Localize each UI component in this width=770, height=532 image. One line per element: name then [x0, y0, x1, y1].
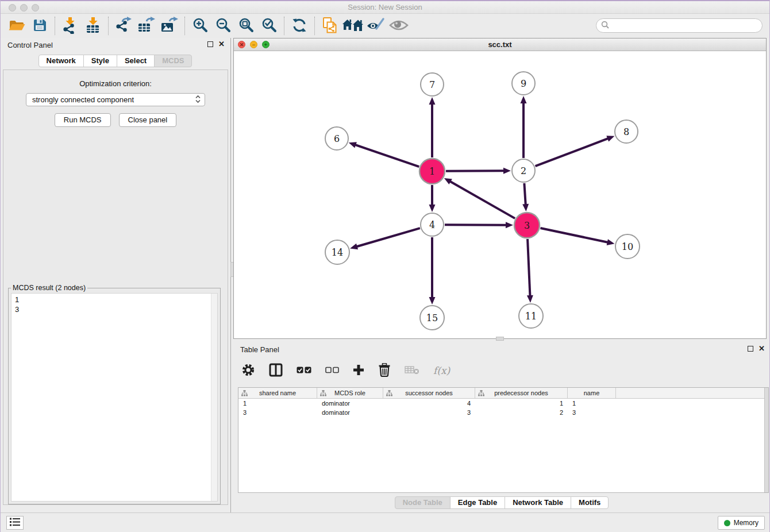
float-table-panel-icon[interactable] — [748, 346, 753, 352]
hide-panels-button[interactable] — [364, 16, 387, 36]
table-cell[interactable]: 1 — [475, 399, 568, 408]
arrowhead-1-2 — [503, 168, 511, 174]
criterion-select[interactable]: strongly connected component — [26, 93, 205, 106]
delete-rows-button[interactable] — [378, 363, 391, 379]
refresh-icon — [291, 17, 308, 36]
zoom-out-button[interactable] — [211, 16, 234, 36]
control-tab-select[interactable]: Select — [117, 55, 155, 67]
show-columns-button[interactable] — [269, 363, 283, 379]
table-cell[interactable]: 3 — [238, 408, 317, 417]
control-tab-network[interactable]: Network — [38, 55, 84, 67]
table-cell[interactable]: 1 — [238, 399, 317, 408]
table-cell[interactable]: 3 — [568, 408, 616, 417]
column-header-predecessor-nodes[interactable]: predecessor nodes — [475, 388, 568, 398]
node-label-4: 4 — [429, 219, 435, 230]
close-panel-icon[interactable]: ✕ — [218, 41, 225, 48]
float-panel-icon[interactable] — [207, 41, 213, 47]
table-cell[interactable]: dominator — [317, 399, 383, 408]
import-network-button[interactable] — [59, 16, 82, 36]
zoom-selected-button[interactable] — [257, 16, 280, 36]
network-window: ✕ − + scc.txt 7968124314101511 — [233, 38, 767, 339]
stepper-icon — [195, 95, 201, 105]
save-session-button[interactable] — [28, 16, 51, 36]
network-resize-grip[interactable] — [496, 337, 504, 341]
function-builder-button[interactable]: f(x) — [433, 365, 450, 376]
network-window-titlebar[interactable]: ✕ − + scc.txt — [234, 38, 766, 51]
window-titlebar[interactable]: Session: New Session — [1, 0, 769, 14]
zoom-fit-button[interactable] — [234, 16, 257, 36]
table-tab-network-table[interactable]: Network Table — [505, 496, 571, 509]
edge-3-1[interactable] — [449, 181, 515, 218]
table-cell[interactable]: 2 — [475, 408, 568, 417]
zoom-in-button[interactable] — [188, 16, 211, 36]
column-header-shared-name[interactable]: shared name — [238, 388, 317, 398]
delete-column-button[interactable] — [405, 365, 419, 376]
arrowhead-1-7 — [429, 97, 436, 105]
export-network-button[interactable] — [112, 16, 135, 36]
table-scrollbar[interactable] — [764, 388, 768, 492]
close-panel-button[interactable]: Close panel — [119, 113, 177, 127]
network-canvas[interactable]: 7968124314101511 — [234, 51, 766, 338]
node-label-14: 14 — [332, 247, 343, 258]
mcds-result-text: 1 3 — [11, 294, 217, 314]
mcds-app-button[interactable] — [318, 16, 341, 36]
edge-4-14[interactable] — [356, 228, 420, 246]
edge-4-3[interactable] — [445, 225, 507, 225]
edge-1-2[interactable] — [446, 171, 505, 171]
import-table-button[interactable] — [82, 16, 105, 36]
edge-2-3[interactable] — [524, 183, 525, 205]
column-header-successor-nodes[interactable]: successor nodes — [383, 388, 475, 398]
task-history-button[interactable] — [6, 516, 24, 530]
node-label-2: 2 — [521, 165, 526, 176]
node-label-6: 6 — [334, 133, 340, 144]
memory-label: Memory — [734, 519, 759, 527]
search-input[interactable] — [612, 20, 762, 32]
control-tab-mcds[interactable]: MCDS — [154, 55, 192, 67]
column-header-MCDS-role[interactable]: MCDS role — [317, 388, 383, 398]
import-table-icon — [84, 17, 102, 36]
table-cell[interactable]: 1 — [568, 399, 616, 408]
control-tab-style[interactable]: Style — [83, 55, 117, 67]
run-mcds-button[interactable]: Run MCDS — [55, 113, 111, 127]
table-tab-motifs[interactable]: Motifs — [571, 496, 609, 509]
tree-icon — [386, 390, 392, 398]
export-table-button[interactable] — [135, 16, 158, 36]
table-settings-button[interactable] — [241, 363, 255, 379]
edge-2-8[interactable] — [536, 138, 609, 166]
arrowhead-1-6 — [349, 142, 357, 148]
deselect-all-button[interactable] — [325, 367, 339, 375]
open-session-button[interactable] — [5, 16, 28, 36]
show-panels-button[interactable] — [387, 16, 410, 36]
search-field[interactable] — [596, 18, 763, 33]
edge-3-10[interactable] — [540, 228, 608, 242]
column-header-name[interactable]: name — [568, 388, 616, 398]
result-scrollbar[interactable] — [211, 294, 217, 501]
criterion-value: strongly connected component — [32, 95, 195, 104]
delete-column-icon — [405, 365, 419, 376]
table-cell[interactable]: 4 — [383, 399, 475, 408]
mcds-result-area[interactable]: 1 3 — [11, 293, 218, 502]
zoom-selected-icon — [260, 17, 278, 36]
table-cell[interactable]: dominator — [317, 408, 383, 417]
mcds-result-fieldset: MCDS result (2 nodes) 1 3 — [8, 284, 221, 504]
table-tab-edge-table[interactable]: Edge Table — [450, 496, 505, 509]
mcds-result-title: MCDS result (2 nodes) — [11, 284, 87, 292]
edge-3-11[interactable] — [528, 239, 530, 296]
close-table-panel-icon[interactable]: ✕ — [759, 345, 765, 352]
refresh-button[interactable] — [288, 16, 311, 36]
table-panel: Table Panel ✕ f(x) shared nameMCDS roles… — [233, 342, 770, 511]
table-cell[interactable]: 3 — [383, 408, 475, 417]
table-row[interactable]: 3dominator323 — [238, 408, 768, 417]
table-tab-node-table[interactable]: Node Table — [395, 496, 451, 509]
add-column-button[interactable] — [353, 364, 364, 377]
export-image-icon — [160, 17, 179, 36]
home-network-button[interactable] — [341, 16, 364, 36]
table-row[interactable]: 1dominator411 — [238, 399, 768, 408]
select-all-button[interactable] — [297, 366, 311, 376]
zoom-out-icon — [214, 17, 232, 36]
memory-button[interactable]: Memory — [718, 516, 765, 530]
edge-1-6[interactable] — [355, 145, 419, 167]
node-table[interactable]: shared nameMCDS rolesuccessor nodesprede… — [238, 387, 769, 493]
export-image-button[interactable] — [158, 16, 181, 36]
control-panel: Control Panel ✕ NetworkStyleSelectMCDS O… — [1, 38, 230, 512]
